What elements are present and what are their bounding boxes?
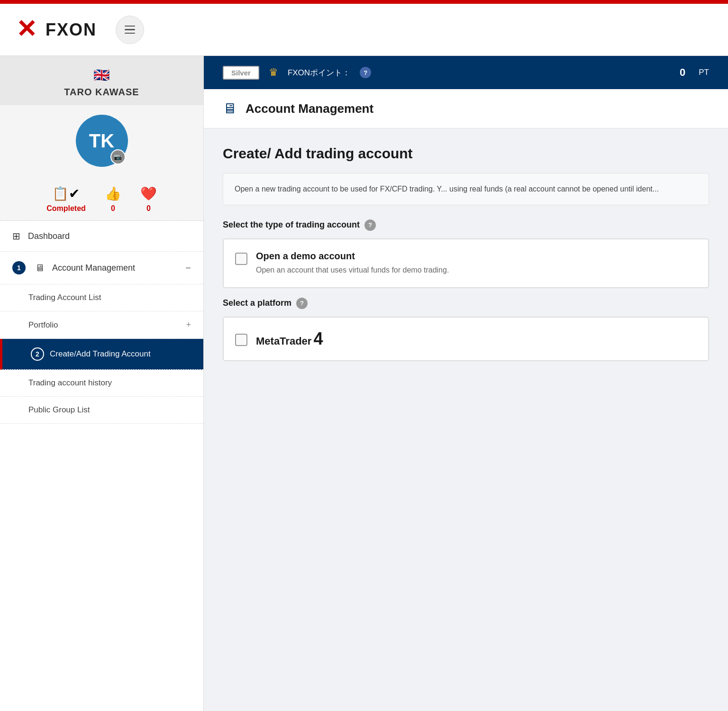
- fxon-points-label: FXONポイント：: [288, 67, 350, 78]
- platform-label-text: Select a platform: [223, 298, 291, 308]
- sidebar: 🇬🇧 TARO KAWASE TK 📷 📋✔ Completed 👍 0 ❤️ …: [0, 56, 204, 711]
- crown-icon: ♛: [269, 66, 278, 79]
- favorites-icon: ❤️: [140, 186, 157, 201]
- logo-text: FXON: [46, 20, 97, 40]
- menu-line-3: [125, 33, 135, 34]
- section-title: Create/ Add trading account: [223, 146, 709, 162]
- trading-account-history-label: Trading account history: [28, 378, 112, 388]
- user-profile-top: 🇬🇧 TARO KAWASE: [0, 56, 203, 105]
- avatar-initials: TK: [89, 130, 114, 152]
- likes-value: 0: [111, 204, 115, 213]
- portfolio-label: Portfolio: [28, 320, 58, 330]
- metatrader-details: MetaTrader 4: [256, 329, 323, 349]
- pt-label: PT: [699, 68, 709, 77]
- account-management-label: Account Management: [52, 263, 178, 273]
- sidebar-item-trading-account-history[interactable]: Trading account history: [0, 370, 203, 397]
- page-header-title: Account Management: [246, 101, 373, 116]
- avatar-section: TK 📷: [0, 105, 203, 176]
- flag-icon: 🇬🇧: [93, 67, 110, 83]
- stat-favorites: ❤️ 0: [140, 186, 157, 213]
- sidebar-item-public-group-list[interactable]: Public Group List: [0, 397, 203, 424]
- content-body: Create/ Add trading account Open a new t…: [204, 128, 728, 711]
- demo-account-details: Open a demo account Open an account that…: [256, 251, 449, 276]
- demo-account-desc: Open an account that uses virtual funds …: [256, 264, 449, 276]
- sidebar-item-account-management[interactable]: 1 🖥 Account Management −: [0, 252, 203, 284]
- points-help-icon[interactable]: ?: [360, 67, 371, 78]
- info-text: Open a new trading account to be used fo…: [235, 185, 659, 193]
- user-name: TARO KAWASE: [64, 87, 139, 98]
- nav-section: ⊞ Dashboard 1 🖥 Account Management − Tra…: [0, 221, 203, 424]
- avatar: TK 📷: [76, 115, 128, 167]
- account-type-label: Select the type of trading account ?: [223, 219, 709, 231]
- account-management-badge: 1: [12, 261, 26, 274]
- menu-line-2: [125, 29, 135, 30]
- metatrader-platform-option[interactable]: MetaTrader 4: [223, 317, 709, 361]
- completed-label: Completed: [46, 204, 86, 213]
- points-value: 0: [680, 66, 685, 79]
- content-top-bar: Silver ♛ FXONポイント： ? 0 PT: [204, 56, 728, 89]
- sidebar-item-dashboard[interactable]: ⊞ Dashboard: [0, 221, 203, 252]
- menu-button[interactable]: [116, 16, 144, 44]
- main-layout: 🇬🇧 TARO KAWASE TK 📷 📋✔ Completed 👍 0 ❤️ …: [0, 56, 728, 711]
- stats-row: 📋✔ Completed 👍 0 ❤️ 0: [0, 176, 203, 221]
- create-account-badge: 2: [31, 347, 44, 361]
- logo: ✕ FXON: [14, 16, 97, 44]
- demo-account-checkbox[interactable]: [235, 253, 247, 265]
- demo-account-title: Open a demo account: [256, 251, 449, 262]
- demo-account-option[interactable]: Open a demo account Open an account that…: [223, 238, 709, 288]
- account-management-icon: 🖥: [35, 263, 45, 273]
- dashboard-icon: ⊞: [12, 230, 20, 242]
- header: ✕ FXON: [0, 4, 728, 56]
- top-red-bar: [0, 0, 728, 4]
- stat-completed: 📋✔ Completed: [46, 186, 86, 213]
- silver-badge: Silver: [223, 66, 259, 80]
- likes-icon: 👍: [105, 186, 121, 201]
- favorites-value: 0: [146, 204, 151, 213]
- page-header-icon: 🖥: [223, 100, 237, 117]
- platform-help-icon[interactable]: ?: [296, 298, 308, 309]
- sidebar-item-trading-account-list[interactable]: Trading Account List: [0, 284, 203, 311]
- account-management-expand: −: [185, 263, 191, 273]
- dashboard-label: Dashboard: [28, 231, 191, 241]
- completed-icon: 📋✔: [52, 186, 80, 201]
- fxon-logo-icon: ✕: [14, 16, 43, 44]
- info-box: Open a new trading account to be used fo…: [223, 173, 709, 205]
- platform-label: Select a platform ?: [223, 298, 709, 309]
- content-area: Silver ♛ FXONポイント： ? 0 PT 🖥 Account Mana…: [204, 56, 728, 711]
- create-add-trading-account-label: Create/Add Trading Account: [50, 349, 151, 359]
- page-header: 🖥 Account Management: [204, 89, 728, 128]
- svg-text:✕: ✕: [16, 16, 37, 43]
- account-type-help-icon[interactable]: ?: [364, 219, 376, 231]
- public-group-list-label: Public Group List: [28, 405, 90, 415]
- menu-line-1: [125, 26, 135, 27]
- camera-badge[interactable]: 📷: [110, 149, 126, 164]
- metatrader-title-part1: MetaTrader: [256, 335, 311, 347]
- portfolio-expand: +: [186, 320, 191, 330]
- sidebar-item-portfolio[interactable]: Portfolio +: [0, 311, 203, 339]
- metatrader-checkbox[interactable]: [235, 334, 247, 346]
- account-type-label-text: Select the type of trading account: [223, 220, 360, 230]
- metatrader-title-part2: 4: [313, 329, 323, 349]
- stat-likes: 👍 0: [105, 186, 121, 213]
- trading-account-list-label: Trading Account List: [28, 293, 101, 302]
- sidebar-item-create-add-trading-account[interactable]: 2 Create/Add Trading Account: [0, 339, 203, 370]
